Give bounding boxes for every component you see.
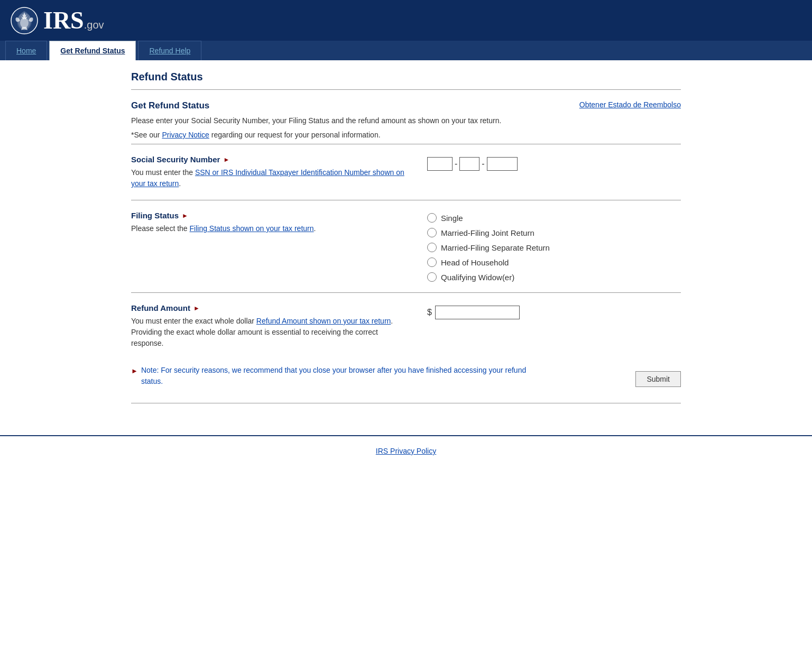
ssn-input-col: - -: [427, 155, 681, 171]
ssn-field-title: Social Security Number ►: [131, 155, 411, 164]
filing-status-label-col: Filing Status ► Please select the Filing…: [131, 211, 427, 234]
note-arrow-icon: ►: [131, 366, 138, 376]
refund-input-group: $: [427, 306, 681, 319]
radio-married-separate[interactable]: Married-Filing Separate Return: [427, 243, 681, 252]
ssn-group: - -: [427, 157, 681, 171]
main-content: Refund Status Get Refund Status Obtener …: [115, 60, 697, 425]
section-header: Get Refund Status Obtener Estado de Reem…: [131, 100, 681, 111]
filing-status-row: Filing Status ► Please select the Filing…: [131, 200, 681, 292]
filing-status-link[interactable]: Filing Status shown on your tax return: [190, 224, 314, 233]
radio-single-input[interactable]: [427, 213, 437, 223]
description-line1: Please enter your Social Security Number…: [131, 115, 681, 126]
note-submit-row: ► Note: For security reasons, we recomme…: [131, 365, 681, 387]
refund-amount-required-icon: ►: [193, 305, 200, 312]
radio-qualifying-widow[interactable]: Qualifying Widow(er): [427, 272, 681, 282]
refund-amount-input-col: $: [427, 303, 681, 319]
irs-logo-text: IRS.gov: [43, 6, 104, 34]
ssn-row: Social Security Number ► You must enter …: [131, 144, 681, 200]
nav-tabs: Home Get Refund Status Refund Help: [0, 41, 812, 60]
filing-status-radio-group: Single Married-Filing Joint Return Marri…: [427, 213, 681, 282]
filing-status-field-desc: Please select the Filing Status shown on…: [131, 223, 411, 234]
tab-get-refund-status[interactable]: Get Refund Status: [49, 41, 136, 60]
refund-amount-row: Refund Amount ► You must enter the exact…: [131, 292, 681, 360]
radio-head-of-household[interactable]: Head of Household: [427, 257, 681, 267]
refund-amount-field-title: Refund Amount ►: [131, 303, 411, 312]
privacy-notice-link[interactable]: Privacy Notice: [162, 131, 209, 139]
filing-status-required-icon: ►: [182, 212, 188, 219]
radio-married-joint-input[interactable]: [427, 228, 437, 237]
radio-qualifying-widow-label: Qualifying Widow(er): [441, 273, 514, 282]
ssn-label-col: Social Security Number ► You must enter …: [131, 155, 427, 189]
ssn-dash-1: -: [455, 159, 457, 169]
ssn-required-icon: ►: [223, 156, 229, 163]
radio-head-of-household-input[interactable]: [427, 257, 437, 267]
refund-amount-link[interactable]: Refund Amount shown on your tax return: [256, 317, 391, 325]
ssn-dash-2: -: [482, 159, 484, 169]
filing-status-input-col: Single Married-Filing Joint Return Marri…: [427, 211, 681, 282]
top-divider: [131, 89, 681, 90]
radio-married-separate-label: Married-Filing Separate Return: [441, 243, 550, 252]
refund-amount-label-col: Refund Amount ► You must enter the exact…: [131, 303, 427, 349]
privacy-policy-footer-link[interactable]: IRS Privacy Policy: [376, 447, 436, 455]
note-text: ► Note: For security reasons, we recomme…: [131, 365, 543, 387]
ssn-field-desc: You must enter the SSN or IRS Individual…: [131, 167, 411, 189]
radio-single[interactable]: Single: [427, 213, 681, 223]
page-header: IRS.gov: [0, 0, 812, 41]
submit-button[interactable]: Submit: [635, 371, 681, 387]
ssn-input-1[interactable]: [427, 157, 453, 171]
eagle-icon: [11, 7, 38, 34]
radio-married-joint[interactable]: Married-Filing Joint Return: [427, 228, 681, 237]
spanish-link[interactable]: Obtener Estado de Reembolso: [579, 100, 681, 109]
tab-home[interactable]: Home: [5, 41, 47, 60]
svg-point-2: [20, 17, 29, 28]
filing-status-field-title: Filing Status ►: [131, 211, 411, 220]
page-footer: IRS Privacy Policy: [0, 435, 812, 466]
ssn-input-3[interactable]: [487, 157, 518, 171]
irs-logo: IRS.gov: [11, 6, 104, 34]
tab-refund-help[interactable]: Refund Help: [138, 41, 201, 60]
ssn-input-2[interactable]: [459, 157, 479, 171]
description-line2: *See our Privacy Notice regarding our re…: [131, 130, 681, 141]
page-title: Refund Status: [131, 71, 681, 83]
refund-amount-input[interactable]: [435, 306, 520, 319]
radio-married-separate-input[interactable]: [427, 243, 437, 252]
dollar-sign: $: [427, 308, 432, 317]
radio-single-label: Single: [441, 214, 463, 223]
footer-divider: [131, 403, 681, 403]
radio-qualifying-widow-input[interactable]: [427, 272, 437, 282]
radio-head-of-household-label: Head of Household: [441, 258, 509, 267]
refund-amount-field-desc: You must enter the exact whole dollar Re…: [131, 316, 411, 349]
radio-married-joint-label: Married-Filing Joint Return: [441, 228, 534, 237]
section-title: Get Refund Status: [131, 100, 209, 111]
